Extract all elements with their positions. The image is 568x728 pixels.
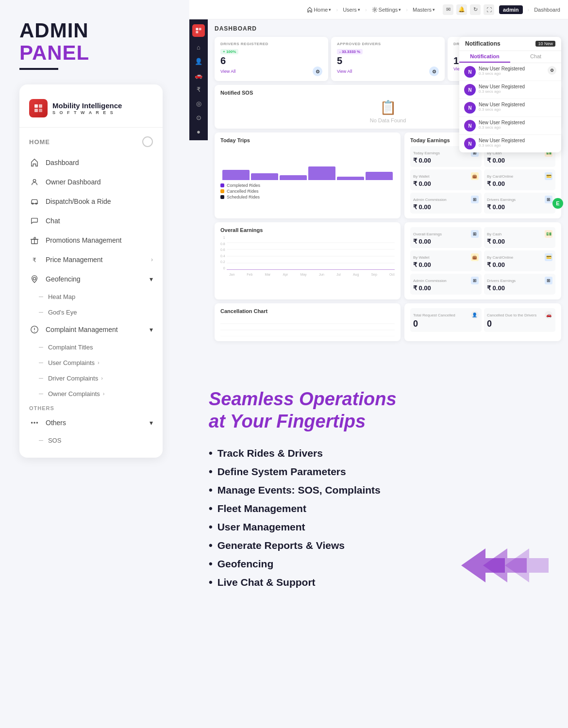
notif-content-4: New User Registered 0.3 secs ago [479,120,525,130]
car-icon [29,196,40,207]
chat-label: Chat [46,217,153,225]
svg-text:₹: ₹ [33,257,36,263]
sidebar-item-dispatch[interactable]: Dispatch/Book a Ride [19,192,163,211]
stat-icon-1: ⚙ [313,66,322,76]
nav-separator-3: › [406,7,408,13]
sidebar-item-complaints[interactable]: Complaint Management ▾ [19,320,163,339]
sidebar-item-driver-complaints[interactable]: – Driver Complaints › [19,370,163,386]
notif-content-1: New User Registered 0.3 secs ago [479,66,525,76]
heatmap-label: Heat Map [48,293,75,300]
logo-name: Mobility Intelligence [52,101,122,110]
nav-home[interactable]: Home ▾ [307,7,331,13]
complaint-titles-dash: – [39,343,43,351]
cancellation-stats-card: Total Request Cancelled 👤 0 Cancelled Du… [404,303,561,341]
mail-icon[interactable]: ✉ [443,4,453,15]
legend-cancelled: Cancelled Rides [220,189,395,194]
notif-content-2: New User Registered 0.3 secs ago [479,84,525,94]
notif-avatar-4: N [464,120,476,132]
notif-tabs: Notification Chat [459,51,561,63]
oe-icon-4: 💳 [545,253,552,261]
stat-value-1: 6 [220,55,322,66]
sidebar: Mobility Intelligence S O F T W A R E S … [19,84,163,458]
top-nav: Home ▾ › Users ▾ › Settings ▾ › Masters … [189,0,568,19]
vert-circle-icon[interactable]: ● [197,128,200,135]
nav-masters[interactable]: Masters ▾ [413,7,435,13]
user-complaints-arrow: › [98,360,100,365]
vert-home-icon[interactable]: ⌂ [197,44,200,51]
sidebar-item-owner-dashboard[interactable]: Owner Dashboard [19,172,163,192]
sidebar-item-owner-complaints[interactable]: – Owner Complaints › [19,386,163,401]
stats-and-notif: DRIVERS REGISTERED + 100% 6 View All ⚙ A… [215,37,561,81]
legend-completed: Completed Rides [220,183,395,188]
feature-item-2: • Define System Parameters [209,465,529,478]
earn-card: By Card/Online 💳 ₹ 0.00 [484,169,555,190]
bullet-8: • [209,576,213,589]
stat-link-1[interactable]: View All [220,69,235,74]
others-label: Others [46,419,150,427]
notif-item-1: N New User Registered 0.3 secs ago ⚙ [459,63,561,81]
sidebar-item-godseye[interactable]: – God's Eye [19,304,163,320]
notif-item-3: N New User Registered 0.3 secs ago [459,99,561,117]
sidebar-item-chat[interactable]: Chat [19,211,163,231]
nav-users[interactable]: Users ▾ [343,7,360,13]
bullet-5: • [209,521,213,533]
owner-dashboard-label: Owner Dashboard [46,178,153,186]
oe-6: Drivers Earnings ⊞ ₹ 0.00 [484,274,555,295]
dots-icon [29,417,40,428]
no-data-text: No Data Found [370,117,406,123]
complaints-label: Complaint Management [46,326,150,333]
today-trips-card: Today Trips Completed Rides Cancelled Ri… [215,132,401,218]
dashboard-label: Dashboard [46,159,153,166]
expand-icon[interactable]: ⛶ [484,4,494,15]
feature-heading-2: at Your Fingertips [209,411,529,433]
sidebar-item-user-complaints[interactable]: – User Complaints › [19,355,163,370]
sidebar-item-promotions[interactable]: Promotions Management [19,231,163,250]
home-icon [29,157,40,168]
oe-3: By Wallet 👜 ₹ 0.00 [410,250,482,271]
heatmap-dash: – [39,292,43,301]
sidebar-item-others[interactable]: Others ▾ [19,413,163,432]
gift-icon [29,235,40,246]
promotions-label: Promotions Management [46,236,153,244]
vert-geo-icon[interactable]: ◎ [196,100,201,107]
sidebar-item-geofencing[interactable]: Geofencing ▾ [19,269,163,289]
vert-person-icon[interactable]: 👤 [195,58,202,65]
admin-panel-title: ADMIN PANEL [19,19,155,64]
notif-item-2: N New User Registered 0.3 secs ago [459,81,561,99]
feature-heading: Seamless Operations at Your Fingertips [209,388,529,432]
refresh-icon[interactable]: ↻ [470,4,481,15]
green-float-btn[interactable]: E [552,198,563,209]
owner-complaints-label: Owner Complaints [48,390,100,397]
sidebar-item-price[interactable]: ₹ Price Management › [19,250,163,269]
cancellation-title: Cancellation Chart [220,308,395,314]
home-circle [142,136,153,147]
bell-icon[interactable]: 🔔 [456,4,467,15]
earn-icon-5: ⊞ [471,196,479,203]
sidebar-item-dashboard[interactable]: Dashboard [19,153,163,172]
oe-2: By Cash 💵 ₹ 0.00 [484,227,555,248]
stat-link-2[interactable]: View All [337,69,352,74]
tab-notification[interactable]: Notification [459,51,510,63]
sidebar-item-heatmap[interactable]: – Heat Map [19,289,163,304]
oe-5: Admin Commission ⊞ ₹ 0.00 [410,274,482,295]
nav-icon-group: ✉ 🔔 ↻ ⛶ [443,4,494,15]
y-axis: 10.80.60.40.20 [220,236,227,270]
legend-scheduled: Scheduled Rides [220,195,395,199]
oe-icon-5: ⊞ [471,277,479,284]
vert-rupee-icon[interactable]: ₹ [197,86,200,93]
earn-icon-6: ⊞ [545,196,552,203]
vert-clock-icon[interactable]: ⊙ [196,114,201,121]
overall-earnings-cards: Overall Earnings ⊞ ₹ 0.00 By Cash 💵 ₹ 0.… [404,222,561,299]
left-panel: ADMIN PANEL Mobility Intelligence S O F … [0,0,165,467]
stat-label-1: DRIVERS REGISTERED [220,42,322,46]
notif-action-1[interactable]: ⚙ [548,66,556,75]
vert-car-icon[interactable]: 🚗 [195,72,202,79]
sidebar-item-complaint-titles[interactable]: – Complaint Titles [19,339,163,355]
vert-logo-icon[interactable] [192,24,205,37]
nav-settings[interactable]: Settings ▾ [372,7,401,13]
notif-title: Notifications [465,40,501,47]
tab-chat[interactable]: Chat [510,51,561,63]
sidebar-item-sos[interactable]: – SOS [19,432,163,448]
earn-wallet: By Wallet 👜 ₹ 0.00 [410,169,482,190]
earn-drivers: Drivers Earnings ⊞ ₹ 0.00 E [484,193,555,214]
